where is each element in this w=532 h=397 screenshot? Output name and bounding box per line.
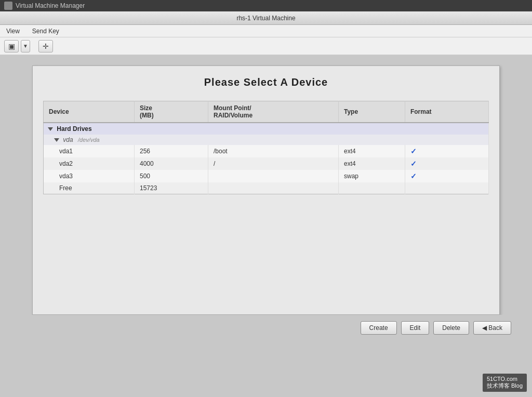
menu-send-key[interactable]: Send Key — [30, 27, 61, 36]
vda-path: /dev/vda — [78, 137, 100, 143]
toolbar-dropdown-button[interactable]: ▼ — [21, 40, 30, 52]
table-header-row: Device Size(MB) Mount Point/RAID/Volume … — [44, 101, 489, 123]
device-mount — [208, 170, 338, 182]
watermark-subtext: 技术博客 Blog — [487, 382, 523, 389]
menu-view[interactable]: View — [4, 27, 22, 36]
watermark-text: 51CTO.com — [487, 376, 517, 382]
device-panel: Please Select A Device Device Size(MB) M… — [32, 65, 500, 315]
app-icon — [4, 2, 12, 10]
device-name: vda3 — [44, 170, 135, 182]
device-format: ✓ — [405, 157, 488, 170]
table-row[interactable]: vda2 4000 / ext4 ✓ — [44, 157, 489, 170]
vm-title: rhs-1 Virtual Machine — [236, 15, 295, 22]
app-window: Virtual Machine Manager rhs-1 Virtual Ma… — [0, 0, 532, 397]
device-name: vda1 — [44, 145, 135, 157]
device-size: 500 — [135, 170, 208, 182]
device-type — [338, 182, 405, 194]
panel-title: Please Select A Device — [43, 76, 489, 88]
create-button[interactable]: Create — [361, 321, 397, 335]
device-name: vda2 — [44, 157, 135, 170]
table-row[interactable]: vda1 256 /boot ext4 ✓ — [44, 145, 489, 157]
monitor-button[interactable]: ▣ — [4, 40, 19, 52]
device-name: Free — [44, 182, 135, 194]
vm-title-bar: rhs-1 Virtual Machine — [0, 11, 532, 25]
chevron-down-icon: ▼ — [23, 43, 28, 49]
col-format: Format — [405, 101, 488, 123]
section-label: Hard Drives — [57, 125, 91, 133]
device-size: 4000 — [135, 157, 208, 170]
device-format: ✓ — [405, 170, 488, 182]
table-row[interactable]: Free 15723 — [44, 182, 489, 194]
device-type: swap — [338, 170, 405, 182]
sub-section-vda[interactable]: vda /dev/vda — [44, 135, 489, 145]
monitor-icon: ▣ — [8, 42, 15, 50]
toolbar: ▣ ▼ ✛ — [0, 37, 532, 55]
back-button[interactable]: ◀ Back — [473, 321, 511, 335]
device-mount: / — [208, 157, 338, 170]
move-icon: ✛ — [43, 42, 49, 50]
vda-label: vda — [63, 136, 73, 143]
col-mount: Mount Point/RAID/Volume — [208, 101, 338, 123]
device-format — [405, 182, 488, 194]
device-type: ext4 — [338, 157, 405, 170]
back-arrow-icon: ◀ — [482, 324, 487, 332]
table-row[interactable]: vda3 500 swap ✓ — [44, 170, 489, 182]
menu-bar: View Send Key — [0, 25, 532, 37]
move-button[interactable]: ✛ — [38, 40, 53, 52]
device-mount: /boot — [208, 145, 338, 157]
device-size: 256 — [135, 145, 208, 157]
main-content: Please Select A Device Device Size(MB) M… — [0, 55, 532, 397]
device-mount — [208, 182, 338, 194]
device-table: Device Size(MB) Mount Point/RAID/Volume … — [43, 101, 489, 194]
device-format: ✓ — [405, 145, 488, 157]
device-size: 15723 — [135, 182, 208, 194]
app-title: Virtual Machine Manager — [16, 2, 85, 9]
col-size: Size(MB) — [135, 101, 208, 123]
watermark: 51CTO.com 技术博客 Blog — [483, 374, 527, 392]
title-bar: Virtual Machine Manager — [0, 0, 532, 11]
delete-button[interactable]: Delete — [433, 321, 469, 335]
edit-button[interactable]: Edit — [401, 321, 430, 335]
expand-icon — [48, 127, 53, 131]
col-device: Device — [44, 101, 135, 123]
section-hard-drives[interactable]: Hard Drives — [44, 123, 489, 135]
expand-icon — [54, 138, 59, 142]
col-type: Type — [338, 101, 405, 123]
device-type: ext4 — [338, 145, 405, 157]
bottom-button-bar: Create Edit Delete ◀ Back — [10, 315, 522, 341]
